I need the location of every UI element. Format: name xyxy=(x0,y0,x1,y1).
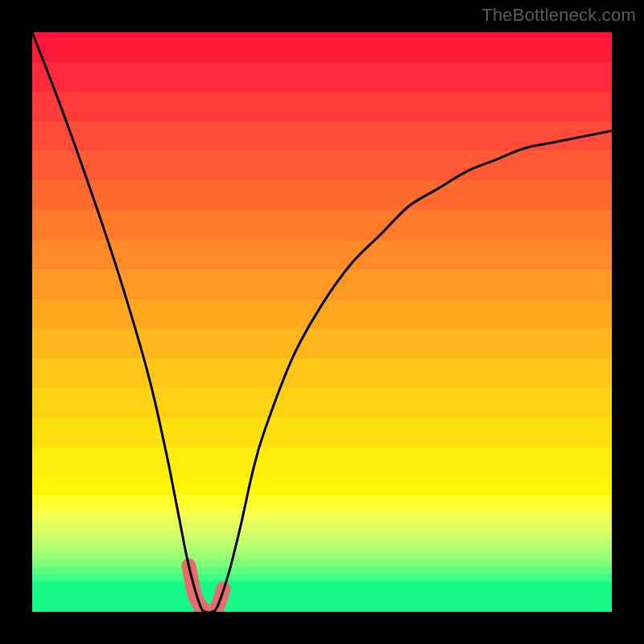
watermark-text: TheBottleneck.com xyxy=(481,5,636,26)
chart-frame: TheBottleneck.com xyxy=(0,0,644,644)
plot-area xyxy=(32,32,612,612)
curve-layer xyxy=(32,32,612,612)
bottleneck-curve xyxy=(32,32,612,612)
